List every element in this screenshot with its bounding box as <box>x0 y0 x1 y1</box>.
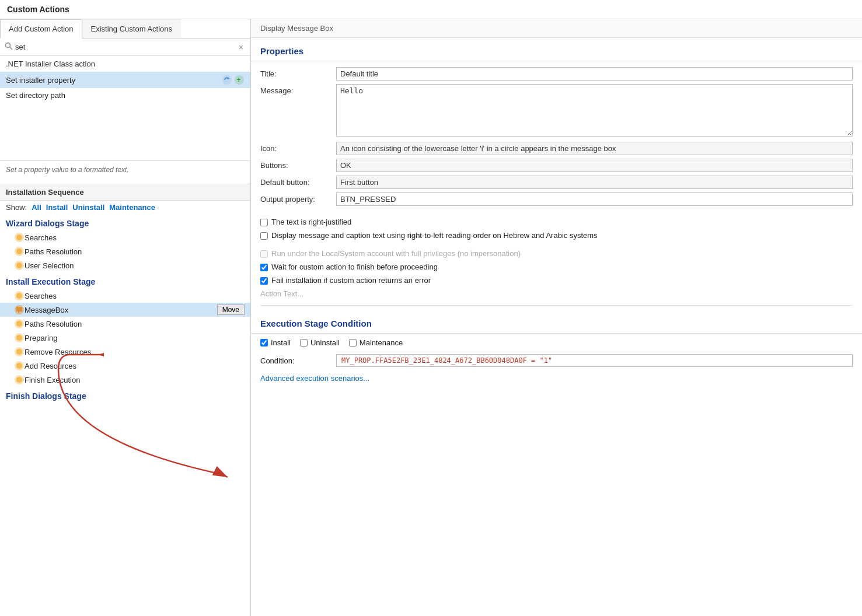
default-button-display[interactable]: First button <box>336 176 853 189</box>
seq-icon-paths-install <box>14 318 25 329</box>
show-all-link[interactable]: All <box>32 203 41 212</box>
app-title: Custom Actions <box>7 5 69 14</box>
content-area: Add Custom Action Existing Custom Action… <box>0 19 862 616</box>
rtl-label: Display message and caption text using r… <box>271 231 598 240</box>
action-item-set-directory[interactable]: Set directory path <box>0 88 250 103</box>
svg-point-13 <box>16 293 22 299</box>
prop-label-message: Message: <box>260 84 336 95</box>
action-item-set-installer[interactable]: Set installer property + <box>0 72 250 88</box>
seq-item-messagebox[interactable]: MessageBox Move <box>0 303 250 317</box>
prop-value-icon: An icon consisting of the lowercase lett… <box>336 142 853 155</box>
seq-icon-preparing <box>14 332 25 343</box>
seq-icon-remove-resources <box>14 346 25 357</box>
seq-icon-paths-wizard <box>14 246 25 257</box>
show-row: Show: All Install Uninstall Maintenance <box>0 201 250 214</box>
seq-icon-add-resources <box>14 360 25 371</box>
prop-value-default-button: First button <box>336 176 853 189</box>
svg-point-9 <box>16 249 22 254</box>
svg-point-20 <box>16 349 22 355</box>
rtl-checkbox[interactable] <box>260 232 268 240</box>
right-justified-checkbox[interactable] <box>260 219 268 226</box>
message-textarea[interactable]: Hello <box>336 84 853 136</box>
main-container: Custom Actions Add Custom Action Existin… <box>0 0 862 616</box>
seq-item-searches-install[interactable]: Searches <box>0 289 250 303</box>
prop-value-title <box>336 67 853 80</box>
search-input[interactable] <box>15 43 236 51</box>
checkbox-wait-finish: Wait for custom action to finish before … <box>251 260 862 274</box>
add-icon: + <box>234 75 245 85</box>
svg-line-1 <box>10 47 12 50</box>
seq-item-label-remove-resources: Remove Resources <box>25 348 245 356</box>
wait-finish-label: Wait for custom action to finish before … <box>271 262 438 271</box>
refresh-icon <box>222 75 232 85</box>
checkbox-rtl: Display message and caption text using r… <box>251 229 862 242</box>
output-property-input[interactable] <box>336 192 853 206</box>
seq-item-add-resources[interactable]: Add Resources <box>0 359 250 373</box>
sequence-title: Installation Sequence <box>0 184 250 201</box>
seq-item-paths-resolution-wizard[interactable]: Paths Resolution <box>0 244 250 258</box>
condition-value[interactable]: MY_PROP.FFA5E2FB_23E1_4824_A672_BB60D048… <box>336 354 853 367</box>
seq-item-user-selection[interactable]: User Selection <box>0 258 250 272</box>
seq-item-remove-resources[interactable]: Remove Resources <box>0 345 250 359</box>
stage-install-execution: Install Execution Stage <box>0 272 250 289</box>
show-install-link[interactable]: Install <box>46 203 68 212</box>
action-list: .NET Installer Class action Set installe… <box>0 56 250 161</box>
action-item-label: Set installer property <box>6 76 75 85</box>
seq-item-label-paths-install: Paths Resolution <box>25 320 245 328</box>
fail-install-checkbox[interactable] <box>260 277 268 285</box>
seq-item-label-finish-execution: Finish Execution <box>25 376 245 384</box>
prop-label-output-property: Output property: <box>260 192 336 204</box>
svg-point-16 <box>16 321 22 327</box>
condition-uninstall-label: Uninstall <box>310 338 340 347</box>
seq-item-preparing[interactable]: Preparing <box>0 331 250 345</box>
condition-maintenance-checkbox[interactable] <box>349 339 357 346</box>
action-category: .NET Installer Class action <box>0 56 250 72</box>
stage-finish-dialogs: Finish Dialogs Stage <box>0 387 250 403</box>
condition-check-maintenance: Maintenance <box>349 338 403 347</box>
seq-item-label-searches-install: Searches <box>25 292 245 300</box>
local-system-label: Run under the LocalSystem account with f… <box>271 249 521 258</box>
seq-item-label-user-selection: User Selection <box>25 261 245 270</box>
local-system-checkbox <box>260 250 268 258</box>
condition-uninstall-checkbox[interactable] <box>300 339 308 346</box>
prop-label-icon: Icon: <box>260 142 336 153</box>
right-justified-label: The text is right-justified <box>271 218 351 226</box>
svg-point-18 <box>16 335 22 341</box>
show-uninstall-link[interactable]: Uninstall <box>72 203 104 212</box>
prop-value-message: Hello <box>336 84 853 138</box>
seq-item-finish-execution[interactable]: Finish Execution <box>0 373 250 387</box>
condition-install-checkbox[interactable] <box>260 339 268 346</box>
wait-finish-checkbox[interactable] <box>260 264 268 271</box>
condition-check-install: Install <box>260 338 291 347</box>
properties-section-title: Properties <box>251 38 862 61</box>
tab-add-custom-action[interactable]: Add Custom Action <box>0 19 82 38</box>
seq-icon-searches-install <box>14 290 25 301</box>
stage-wizard-dialogs: Wizard Dialogs Stage <box>0 214 250 230</box>
tab-existing-custom-actions[interactable]: Existing Custom Actions <box>82 19 181 38</box>
seq-item-label-preparing: Preparing <box>25 334 245 342</box>
show-maintenance-link[interactable]: Maintenance <box>109 203 155 212</box>
move-button[interactable]: Move <box>217 304 245 315</box>
fail-install-label: Fail installation if custom action retur… <box>271 276 431 285</box>
prop-row-message: Message: Hello <box>260 84 853 138</box>
advanced-execution-link[interactable]: Advanced execution scenarios... <box>251 369 862 387</box>
svg-point-24 <box>16 377 22 383</box>
left-panel: Add Custom Action Existing Custom Action… <box>0 19 251 616</box>
prop-row-title: Title: <box>260 67 853 80</box>
seq-item-label-messagebox: MessageBox <box>25 306 217 314</box>
checkbox-fail-install: Fail installation if custom action retur… <box>251 274 862 287</box>
seq-item-searches-wizard[interactable]: Searches <box>0 230 250 244</box>
prop-label-default-button: Default button: <box>260 176 336 187</box>
search-clear-button[interactable]: × <box>236 43 246 52</box>
icon-display[interactable]: An icon consisting of the lowercase lett… <box>336 142 853 155</box>
title-input[interactable] <box>336 67 853 80</box>
tabs-row: Add Custom Action Existing Custom Action… <box>0 19 250 38</box>
condition-check-uninstall: Uninstall <box>300 338 340 347</box>
svg-point-2 <box>222 75 232 85</box>
svg-point-11 <box>16 262 22 268</box>
title-bar: Custom Actions <box>0 0 862 19</box>
properties-table: Title: Message: Hello Icon: An ico <box>251 61 862 215</box>
seq-item-paths-resolution-install[interactable]: Paths Resolution <box>0 317 250 331</box>
buttons-display[interactable]: OK <box>336 159 853 172</box>
action-text-placeholder: Action Text... <box>251 287 862 300</box>
